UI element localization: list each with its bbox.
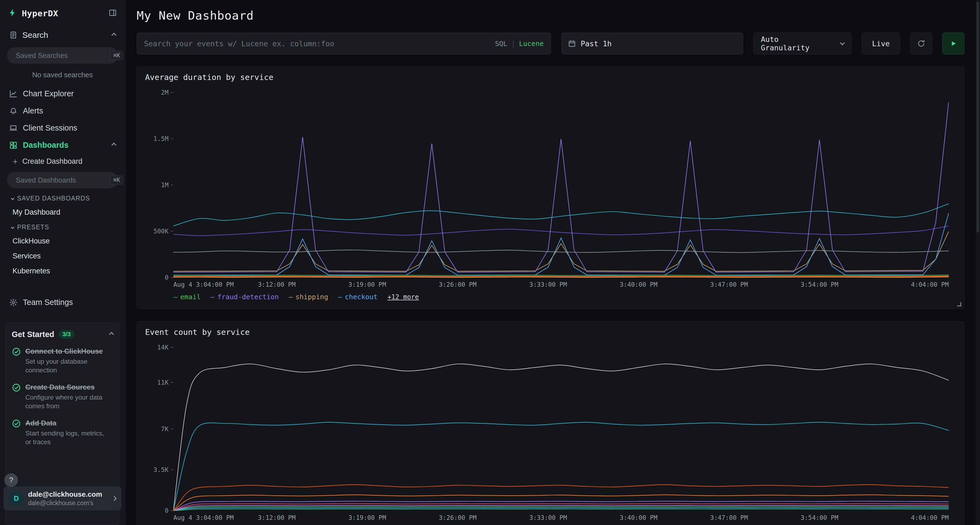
event-search-box[interactable]: SQL | Lucene [137, 33, 551, 54]
legend-item-checkout: —checkout [338, 293, 377, 301]
x-tick-label: 3:12:00 PM [258, 281, 295, 288]
check-circle-icon [12, 383, 21, 392]
refresh-button[interactable] [910, 33, 932, 54]
chevron-up-icon [111, 143, 116, 148]
panel-resize-handle[interactable] [957, 302, 961, 306]
check-circle-icon [12, 419, 21, 428]
saved-searches-search[interactable]: ⌘K [7, 48, 118, 63]
chevron-right-icon [111, 496, 116, 501]
saved-dashboards-search[interactable]: ⌘K [7, 172, 118, 188]
x-tick-label: 3:40:00 PM [620, 281, 657, 288]
user-org: dale@clickhouse.com's [28, 500, 108, 507]
granularity-select[interactable]: Auto Granularity [754, 33, 851, 54]
create-dashboard-button[interactable]: Create Dashboard [0, 154, 125, 169]
time-range-value: Past 1h [581, 40, 612, 48]
saved-dashboards-input[interactable] [16, 176, 107, 184]
dashboard-grid-icon [9, 141, 18, 149]
x-tick-label: 3:47:00 PM [710, 514, 748, 521]
sidebar-item-clickhouse[interactable]: ClickHouse [0, 234, 125, 249]
series-email [173, 275, 949, 276]
sidebar-item-dashboards[interactable]: Dashboards [0, 136, 125, 154]
legend-item-email: —email [173, 293, 200, 301]
chevron-down-icon [11, 197, 14, 200]
toolbar: SQL | Lucene Past 1h Auto Granularity Li… [137, 33, 964, 54]
line-chart [173, 93, 949, 278]
x-tick-label: 3:33:00 PM [529, 281, 567, 288]
series-other-cyan [173, 422, 949, 511]
chart-title: Average duration by service [145, 73, 956, 82]
chart-legend: —email—fraud-detection—shipping—checkout… [145, 524, 956, 525]
series-other-orange [173, 276, 949, 276]
shortcut-badge: ⌘K [110, 51, 123, 60]
sidebar-item-services[interactable]: Services [0, 249, 125, 263]
no-saved-searches-text: No saved searches [0, 71, 125, 79]
y-tick-label: 2M [161, 89, 173, 96]
y-tick-label: 1.5M [154, 135, 173, 142]
y-tick-label: 7K [161, 425, 173, 433]
series-other-teal [173, 509, 949, 511]
sidebar-item-chart-explorer[interactable]: Chart Explorer [0, 85, 125, 102]
page-title: My New Dashboard [137, 9, 964, 22]
series-other-violet [173, 226, 949, 236]
lucene-mode-label[interactable]: Lucene [519, 40, 544, 48]
laptop-icon [9, 124, 18, 132]
event-search-input[interactable] [144, 40, 490, 48]
sidebar-item-client-sessions[interactable]: Client Sessions [0, 119, 125, 136]
series-other-orange-2 [173, 495, 949, 511]
legend-item-fraud-detection: —fraud-detection [210, 293, 279, 301]
chart-panel-avg-duration: Average duration by service 0500K1M1.5M2… [137, 67, 964, 309]
y-tick-label: 500K [154, 228, 173, 235]
y-tick-label: 1M [161, 181, 173, 189]
main-content: My New Dashboard SQL | Lucene Past 1h Au… [125, 0, 976, 525]
search-section-toggle[interactable]: Search [0, 25, 125, 44]
user-menu[interactable]: D dale@clickhouse.com dale@clickhouse.co… [4, 487, 121, 510]
x-tick-label: 3:26:00 PM [439, 281, 476, 288]
x-tick-label: 4:04:00 PM [911, 281, 949, 288]
y-axis: 0500K1M1.5M2M [145, 93, 173, 278]
sidebar-item-my-dashboard[interactable]: My Dashboard [0, 205, 125, 220]
saved-dashboards-group-toggle[interactable]: SAVED DASHBOARDS [0, 191, 125, 205]
sidebar-item-alerts[interactable]: Alerts [0, 102, 125, 119]
series-other-cyan [173, 204, 949, 226]
refresh-icon [917, 40, 925, 48]
x-tick-label: 3:19:00 PM [348, 281, 386, 288]
chevron-up-icon[interactable] [109, 332, 114, 337]
collapse-sidebar-icon[interactable] [109, 9, 117, 18]
chevron-down-icon [840, 40, 845, 45]
bell-icon [9, 107, 18, 115]
progress-badge: 3/3 [59, 330, 75, 339]
x-tick-label: 3:12:00 PM [258, 514, 295, 521]
page-scrollbar[interactable] [976, 0, 980, 525]
x-tick-label: 3:40:00 PM [620, 514, 657, 521]
sidebar-item-kubernetes[interactable]: Kubernetes [0, 263, 125, 279]
sidebar-item-team-settings[interactable]: Team Settings [0, 294, 125, 311]
x-tick-label: 3:54:00 PM [800, 514, 838, 521]
gear-icon [9, 298, 18, 306]
x-tick-label: Aug 4 3:04:00 PM [173, 281, 234, 288]
y-tick-label: 0 [165, 274, 173, 281]
x-tick-label: 4:04:00 PM [911, 514, 949, 521]
plus-icon [12, 158, 19, 165]
series-other-gray [173, 364, 949, 511]
series-fraud-detection [173, 102, 949, 272]
run-query-button[interactable] [942, 33, 964, 54]
hyperdx-logo-icon [8, 8, 18, 19]
scrollbar-thumb[interactable] [977, 2, 979, 233]
live-button[interactable]: Live [862, 33, 900, 54]
shortcut-badge: ⌘K [110, 176, 123, 184]
saved-searches-input[interactable] [16, 51, 107, 60]
chart-icon [9, 90, 18, 98]
y-tick-label: 14K [157, 344, 173, 351]
x-axis: Aug 4 3:04:00 PM3:12:00 PM3:19:00 PM3:26… [173, 511, 949, 524]
sql-mode-label[interactable]: SQL [495, 40, 507, 48]
help-button[interactable]: ? [4, 473, 18, 487]
presets-group-toggle[interactable]: PRESETS [0, 220, 125, 234]
legend-more[interactable]: +12 more [387, 293, 419, 301]
x-tick-label: Aug 4 3:04:00 PM [173, 514, 234, 521]
time-range-picker[interactable]: Past 1h [561, 33, 743, 54]
plot-area [173, 93, 949, 278]
get-started-step: Add DataStart sending logs, metrics, or … [12, 419, 113, 447]
chart-title: Event count by service [145, 328, 956, 337]
search-section-label: Search [22, 30, 48, 40]
y-axis: 03.5K7K11K14K [145, 347, 173, 511]
